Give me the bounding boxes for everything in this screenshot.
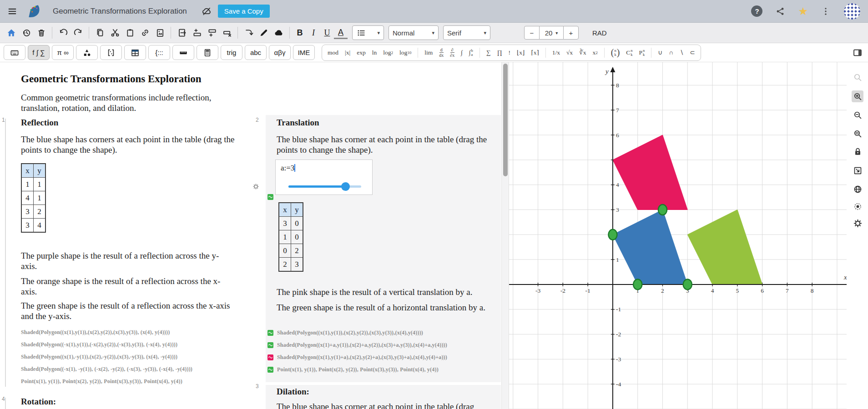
resize-button[interactable] (852, 165, 863, 176)
zoom-box-button[interactable] (852, 128, 863, 140)
math-tab-text[interactable]: abc (245, 45, 267, 60)
slider-knob[interactable] (341, 182, 350, 191)
math-tab-constants[interactable]: π ∞ (52, 45, 74, 60)
math-symbol-exp[interactable]: exp (357, 49, 366, 56)
math-symbol-frac[interactable]: ∂∂x (450, 47, 454, 58)
draggable-point[interactable] (658, 204, 667, 215)
table-cell[interactable]: 1 (34, 178, 46, 191)
math-symbol-|x|[interactable]: |x| (345, 49, 350, 56)
math-tab-matrix[interactable] (100, 45, 122, 60)
code-line[interactable]: Point(x(1), y(1)), Point(x(2), y(2)), Po… (277, 364, 439, 376)
math-symbol-log[interactable]: log10 (399, 49, 411, 56)
table-cell[interactable]: 3 (291, 258, 303, 272)
math-tab-trig[interactable]: trig (221, 45, 242, 60)
math-symbol-⊂[interactable]: ⊂ (690, 49, 695, 56)
a-slider[interactable] (288, 182, 361, 191)
math-symbol-log[interactable]: log2 (383, 49, 393, 56)
math-symbol-∩[interactable]: ∩ (669, 49, 673, 56)
math-symbol-∪[interactable]: ∪ (658, 49, 662, 56)
help-button[interactable]: ? (751, 5, 762, 17)
save-a-copy-button[interactable]: Save a Copy (218, 5, 270, 18)
history-button[interactable] (19, 25, 34, 40)
font-color-button[interactable]: A (334, 26, 348, 39)
angle-mode-toggle[interactable]: RAD (592, 29, 607, 37)
math-tab-keyboard[interactable] (4, 45, 25, 60)
table-cell[interactable]: 3 (279, 217, 291, 230)
table-cell[interactable]: 3 (21, 219, 34, 233)
math-symbol-∛x[interactable]: ∛x (579, 49, 586, 56)
math-tab-greek[interactable]: αβγ (269, 45, 291, 60)
pull-down-button[interactable] (241, 25, 256, 40)
code-line[interactable]: Shaded(Polygon((-x(1),y(1)),(-x(2),y(2))… (21, 339, 192, 351)
table-cell[interactable]: 1 (34, 191, 46, 205)
scrollbar-thumb[interactable] (503, 64, 508, 176)
math-symbol-∫[interactable]: ∫ba (469, 49, 473, 57)
menu-button[interactable] (5, 5, 19, 18)
lock-button[interactable] (852, 145, 863, 157)
table-cell[interactable]: 1 (279, 230, 291, 244)
math-symbol-C[interactable]: Cnk (626, 49, 632, 57)
paste-button[interactable] (122, 25, 137, 40)
contrast-button[interactable] (852, 200, 863, 212)
table-cell[interactable]: 0 (279, 244, 291, 258)
draggable-point[interactable] (633, 279, 642, 289)
math-symbol-∑[interactable]: ∑ (486, 49, 491, 56)
math-tab-set-builder[interactable]: {::: (148, 45, 170, 60)
zoom-prev-button[interactable] (852, 71, 863, 83)
delete-row-button[interactable] (219, 25, 234, 40)
table-cell[interactable]: 3 (21, 205, 34, 219)
math-symbol-∫[interactable]: ∫ (461, 49, 463, 56)
graph-item-badge-icon[interactable] (267, 367, 273, 373)
draggable-point[interactable] (683, 279, 692, 289)
link-button[interactable] (137, 25, 152, 40)
math-tab-functions[interactable]: f ∫ ∑ (28, 45, 50, 60)
slider-expression[interactable]: a:=3 (281, 164, 372, 173)
table-cell[interactable]: 2 (291, 244, 303, 258)
undo-button[interactable] (56, 25, 71, 40)
math-symbol-mod[interactable]: mod (328, 49, 338, 56)
math-tab-shapes[interactable] (76, 45, 98, 60)
math-symbol-√x[interactable]: √x (566, 49, 573, 56)
table-cell[interactable]: 4 (21, 191, 34, 205)
math-symbol-ln[interactable]: ln (372, 49, 377, 56)
globe-button[interactable] (852, 183, 863, 195)
math-symbol-frac[interactable]: ddx (439, 47, 444, 58)
underline-button[interactable]: U (320, 26, 334, 40)
table-cell[interactable]: 0 (291, 217, 303, 230)
table-cell[interactable]: 0 (291, 230, 303, 244)
redo-button[interactable] (71, 25, 86, 40)
math-symbol-P[interactable]: Pnk (639, 49, 645, 57)
translation-points-table[interactable]: xy30100223 (278, 202, 303, 272)
draggable-point[interactable] (608, 229, 617, 240)
code-line[interactable]: Shaded(Polygon((x(1),y(1)+a),(x(2),y(2)+… (277, 351, 447, 364)
font-size-increase-button[interactable]: + (563, 26, 579, 40)
math-symbol-binom[interactable]: (nk) (611, 47, 620, 58)
paragraph-style-select[interactable]: Normal▾ (389, 25, 439, 40)
trash-button[interactable] (34, 25, 49, 40)
code-line[interactable]: Shaded(Polygon((x(1),y(1)),(x(2),y(2)),(… (21, 326, 192, 339)
code-line[interactable]: Shaded(Polygon((x(1),y(1)),(x(2),y(2)),(… (277, 327, 423, 339)
document-scrollbar[interactable] (501, 62, 509, 409)
graph-item-badge-icon[interactable] (267, 342, 273, 348)
panel-toggle-button[interactable] (851, 46, 864, 60)
reflection-points-table[interactable]: xy11413234 (21, 163, 46, 233)
graph-item-badge-icon[interactable] (267, 330, 273, 336)
bold-button[interactable]: B (293, 26, 307, 40)
copy-button[interactable] (92, 25, 107, 40)
code-line[interactable]: Shaded(Polygon((-x(1), -y(1)), (-x(2), -… (21, 363, 192, 375)
export-page-button[interactable] (174, 25, 189, 40)
table-cell[interactable]: 2 (34, 205, 46, 219)
table-cell[interactable]: 2 (279, 258, 291, 272)
gear-button[interactable] (852, 217, 863, 229)
graph-item-badge-icon[interactable] (267, 354, 273, 360)
pen-button[interactable] (256, 25, 271, 40)
table-cell[interactable]: 4 (34, 219, 46, 233)
font-size-decrease-button[interactable]: − (524, 26, 540, 40)
code-line[interactable]: Shaded(Polygon((x(1)+a,y(1)),(x(2)+a,y(2… (277, 339, 447, 351)
insert-image-button[interactable] (152, 25, 167, 40)
code-line[interactable]: Shaded(Polygon((x(1),-y(1)),(x(2),-y(2))… (21, 351, 192, 363)
font-family-select[interactable]: Serif▾ (443, 25, 490, 40)
code-line[interactable]: Point(x(1), y(1)), Point(x(2), y(2)), Po… (21, 375, 192, 388)
math-symbol-1/x[interactable]: 1/x (552, 49, 560, 56)
italic-button[interactable]: I (307, 26, 320, 40)
